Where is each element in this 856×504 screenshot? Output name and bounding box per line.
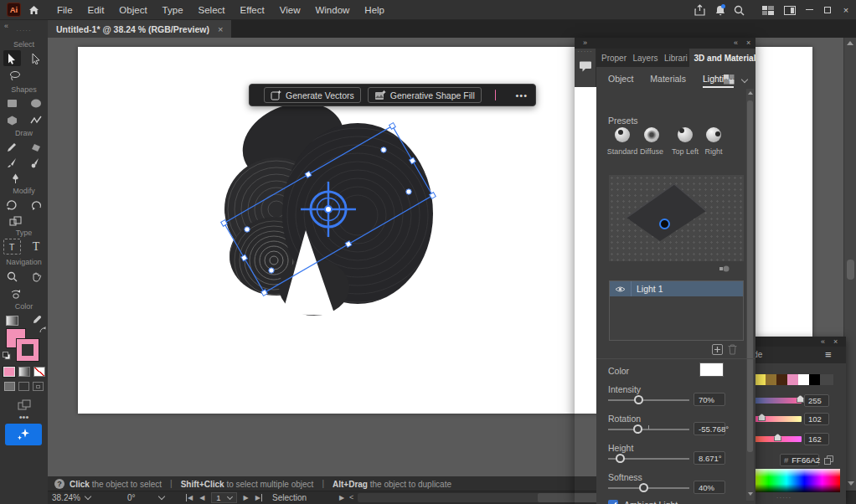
- artboard-tool[interactable]: [15, 397, 33, 413]
- generate-vectors-button[interactable]: Generate Vectors: [264, 87, 361, 103]
- share-icon[interactable]: [692, 3, 707, 17]
- blob-brush-tool[interactable]: [28, 155, 45, 171]
- type-tool[interactable]: T: [28, 239, 45, 255]
- status-expand-arrow[interactable]: ▶: [339, 494, 344, 501]
- touch-type-tool[interactable]: T: [3, 239, 21, 255]
- rotation-slider[interactable]: [608, 424, 689, 434]
- gradient-tool[interactable]: [3, 312, 21, 328]
- rotation-dropdown[interactable]: 0°: [127, 492, 164, 503]
- close-tab-icon[interactable]: ×: [218, 24, 223, 34]
- pencil-tool[interactable]: [3, 139, 21, 155]
- menu-view[interactable]: View: [272, 5, 308, 15]
- illustrator-logo[interactable]: Ai: [7, 3, 21, 17]
- subtab-object[interactable]: Object: [608, 74, 633, 88]
- comment-bubble-icon[interactable]: [579, 60, 592, 73]
- tab-properties[interactable]: Proper: [596, 49, 627, 67]
- scale-tool[interactable]: [7, 213, 24, 229]
- eye-icon[interactable]: [615, 285, 626, 293]
- height-value-field[interactable]: 8.671°: [694, 451, 725, 465]
- minimize-button[interactable]: [801, 0, 817, 19]
- workspace-grid-icon[interactable]: [761, 3, 776, 17]
- selection-tool[interactable]: [3, 50, 21, 66]
- lasso-tool[interactable]: [7, 68, 24, 84]
- light-list-item[interactable]: Light 1: [610, 281, 743, 296]
- workspace-panel-icon[interactable]: [782, 3, 797, 17]
- intensity-slider-handle[interactable]: [634, 395, 643, 404]
- green-slider-handle[interactable]: [758, 414, 766, 421]
- swatch[interactable]: [787, 374, 798, 385]
- red-slider-handle[interactable]: [797, 395, 804, 403]
- softness-value-field[interactable]: 40%: [694, 481, 725, 494]
- rotate-view-tool[interactable]: [7, 285, 24, 301]
- anchor-point[interactable]: [381, 147, 386, 152]
- dock-drag-dots[interactable]: ·····: [575, 49, 596, 55]
- scroll-up-arrow[interactable]: [847, 41, 853, 45]
- expand-dock-icon[interactable]: »: [583, 39, 587, 47]
- menu-select[interactable]: Select: [191, 5, 233, 15]
- subtab-materials[interactable]: Materials: [650, 74, 686, 88]
- preset-diffuse-button[interactable]: [644, 127, 659, 142]
- generative-ai-button[interactable]: [5, 424, 42, 445]
- vertical-scroll-thumb[interactable]: [847, 260, 854, 280]
- maximize-button[interactable]: [819, 0, 836, 19]
- panel-scroll-thumb[interactable]: [747, 100, 753, 452]
- softness-slider[interactable]: [608, 483, 689, 492]
- paintbrush-tool[interactable]: [3, 155, 21, 171]
- gradient-fill-button[interactable]: [18, 367, 30, 377]
- tab-layers[interactable]: Layers: [627, 49, 658, 67]
- menu-edit[interactable]: Edit: [80, 5, 112, 15]
- ellipse-tool[interactable]: [28, 95, 45, 111]
- swatch[interactable]: [755, 374, 766, 385]
- handle-top-right[interactable]: [389, 123, 396, 130]
- close-panel-icon[interactable]: ×: [833, 337, 838, 346]
- stroke-swatch[interactable]: [17, 339, 39, 361]
- artboard-number-dropdown[interactable]: 1: [211, 492, 236, 503]
- light-position-handle[interactable]: [659, 219, 670, 229]
- taskbar-more-button[interactable]: •••: [515, 90, 528, 100]
- draw-behind-mode-icon[interactable]: [18, 382, 29, 391]
- panel-scrollbar[interactable]: [746, 89, 754, 501]
- notifications-bell-icon[interactable]: [713, 3, 728, 17]
- close-panel-icon[interactable]: ×: [746, 39, 750, 47]
- intensity-slider[interactable]: [608, 395, 689, 404]
- close-window-button[interactable]: ×: [838, 0, 854, 19]
- anchor-point[interactable]: [269, 268, 274, 273]
- default-fill-stroke-icon[interactable]: [3, 352, 11, 360]
- fill-color-button[interactable]: [3, 367, 15, 377]
- more-tools-button[interactable]: •••: [0, 412, 48, 422]
- zoom-level-dropdown[interactable]: 38.24%: [52, 492, 90, 503]
- menu-help[interactable]: Help: [357, 5, 392, 15]
- menu-file[interactable]: File: [49, 5, 80, 15]
- menu-type[interactable]: Type: [155, 5, 191, 15]
- panel-drag-dots[interactable]: ·····: [759, 494, 809, 501]
- next-artboard-button[interactable]: ▶: [244, 494, 249, 501]
- menu-object[interactable]: Object: [111, 5, 154, 15]
- eraser-tool[interactable]: [28, 139, 45, 155]
- zoom-tool[interactable]: [3, 269, 21, 285]
- delete-light-button[interactable]: [728, 344, 737, 355]
- swatch[interactable]: [766, 374, 776, 385]
- direct-selection-tool[interactable]: [28, 50, 45, 66]
- softness-slider-handle[interactable]: [639, 483, 648, 492]
- rectangle-tool[interactable]: [3, 95, 21, 111]
- none-fill-button[interactable]: [34, 367, 45, 377]
- panel-scroll-down[interactable]: [748, 492, 753, 496]
- document-tab[interactable]: Untitled-1* @ 38.24 % (RGB/Preview) ×: [48, 20, 231, 38]
- height-slider-handle[interactable]: [616, 454, 625, 463]
- scroll-down-arrow[interactable]: [848, 481, 854, 486]
- previous-artboard-button[interactable]: ◀: [199, 494, 204, 501]
- green-value-field[interactable]: 102: [804, 413, 829, 425]
- preset-right-button[interactable]: [706, 127, 721, 142]
- swatch[interactable]: [809, 374, 820, 385]
- hex-value-field[interactable]: # FF66A2: [780, 454, 819, 466]
- toolbar-drag-dots[interactable]: ·····: [0, 27, 48, 34]
- scroll-left-arrow[interactable]: <: [349, 493, 353, 501]
- menu-window[interactable]: Window: [307, 5, 357, 15]
- collapse-panel-icon[interactable]: «: [821, 337, 825, 346]
- tab-3d-and-materials[interactable]: 3D and Materials: [689, 49, 755, 67]
- height-slider[interactable]: [608, 454, 689, 463]
- generative-shape-fill-button[interactable]: Generative Shape Fill: [368, 87, 482, 103]
- first-artboard-button[interactable]: ◀: [186, 494, 193, 501]
- anchor-point[interactable]: [406, 189, 411, 194]
- hand-tool[interactable]: [28, 269, 45, 285]
